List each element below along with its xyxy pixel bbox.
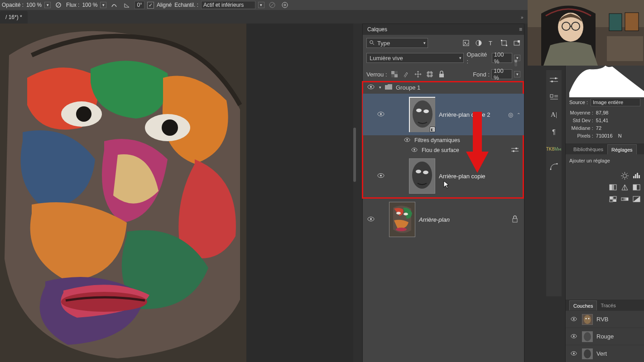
filter-toggle-switch[interactable] <box>512 59 519 67</box>
blend-mode-select[interactable]: Lumière vive ▾ <box>366 53 464 63</box>
selective-color-icon[interactable] <box>609 195 617 203</box>
channel-row[interactable]: RVB <box>566 310 644 328</box>
visibility-toggle-icon[interactable] <box>376 111 385 118</box>
visibility-toggle-icon[interactable] <box>569 333 578 340</box>
svg-rect-92 <box>633 185 637 190</box>
pressure-size-icon[interactable] <box>280 1 290 9</box>
layers-panel-tab[interactable]: Calques ≡ <box>363 24 524 35</box>
svg-rect-95 <box>610 200 613 202</box>
layer-opacity-value[interactable]: 100 % <box>492 53 512 63</box>
opacity-value[interactable]: 100 % <box>26 2 42 8</box>
visibility-toggle-icon[interactable] <box>569 316 578 323</box>
ignore-adjustment-icon[interactable] <box>267 1 277 9</box>
channels-panel: Couches Tracés RVB Rouge Vert <box>566 300 644 362</box>
tk8-plugin-icon[interactable]: TK8Mᴍ <box>548 143 559 154</box>
filter-shape-icon[interactable] <box>500 39 508 47</box>
lock-transparent-icon[interactable] <box>391 71 398 78</box>
flow-value[interactable]: 100 % <box>82 2 97 8</box>
collapse-toggle-icon[interactable]: ▾ <box>379 85 381 90</box>
layer-row[interactable]: Arrière-plan copie <box>363 155 524 197</box>
visibility-toggle-icon[interactable] <box>376 173 385 180</box>
layer-thumbnail[interactable] <box>389 202 415 237</box>
layer-filter-type-select[interactable]: Type ▾ <box>366 38 428 48</box>
visibility-toggle-icon[interactable] <box>366 216 375 223</box>
histogram[interactable] <box>566 66 644 97</box>
levels-icon[interactable] <box>632 171 640 180</box>
layer-thumbnail[interactable] <box>409 158 435 194</box>
smart-filter-item[interactable]: Flou de surface <box>363 145 524 155</box>
color-balance-icon[interactable] <box>620 183 629 191</box>
opacity-dropdown-icon[interactable]: ▾ <box>44 2 51 8</box>
svg-line-82 <box>626 173 627 174</box>
layer-row[interactable]: ◧ Arrière-plan copie 2 ◎ ⌃ <box>363 94 524 135</box>
pressure-opacity-icon[interactable] <box>53 1 63 9</box>
lock-all-icon[interactable] <box>438 71 445 78</box>
angle-icon[interactable] <box>122 1 132 9</box>
svg-point-74 <box>623 174 626 177</box>
scrollbar-thumb[interactable] <box>353 128 356 182</box>
svg-point-54 <box>416 170 421 173</box>
group-name[interactable]: Groupe 1 <box>396 84 420 91</box>
tab-adjustments[interactable]: Réglages <box>607 144 636 154</box>
smart-filters-header[interactable]: Filtres dynamiques <box>363 135 524 145</box>
invert-icon[interactable] <box>632 195 640 203</box>
layer-tree: ▾ Groupe 1 ◧ Arrière-plan copie 2 ◎ ⌃ <box>363 81 524 362</box>
character-panel-icon[interactable]: A| <box>548 109 559 120</box>
tab-channels[interactable]: Couches <box>569 300 597 310</box>
collapse-filters-icon[interactable]: ⌃ <box>517 112 520 117</box>
lock-artboard-icon[interactable] <box>426 71 433 78</box>
svg-text:T: T <box>489 40 492 47</box>
svg-rect-17 <box>502 41 506 45</box>
filter-pixel-icon[interactable] <box>462 39 470 47</box>
paragraph-panel-icon[interactable]: ¶ <box>548 126 559 137</box>
sample-dropdown-icon[interactable]: ▾ <box>258 2 264 8</box>
smart-filter-visibility-icon[interactable]: ◎ <box>508 111 513 118</box>
sample-select[interactable]: Actif et inférieurs <box>201 1 255 9</box>
filter-type-icon[interactable]: T <box>488 39 495 47</box>
channel-row[interactable]: Rouge <box>566 328 644 345</box>
filter-blend-options-icon[interactable] <box>511 147 519 154</box>
layer-name[interactable]: Arrière-plan copie 2 <box>439 111 505 118</box>
source-label: Source : <box>569 100 588 105</box>
visibility-toggle-icon[interactable] <box>410 147 419 153</box>
document-tab[interactable]: / 16*) * <box>0 11 28 24</box>
layer-row-background[interactable]: Arrière-plan <box>363 199 524 240</box>
layer-name[interactable]: Arrière-plan <box>419 216 520 223</box>
visibility-toggle-icon[interactable] <box>569 351 578 357</box>
chevron-down-icon: ▾ <box>423 41 426 45</box>
canvas-viewport[interactable] <box>0 24 353 362</box>
pen-curve-icon[interactable] <box>548 161 559 171</box>
angle-value[interactable]: 0° <box>135 1 144 9</box>
properties-icon[interactable] <box>548 92 559 103</box>
filter-smartobject-icon[interactable] <box>513 39 520 47</box>
threshold-icon[interactable] <box>632 183 640 191</box>
lock-pixels-icon[interactable] <box>403 71 410 78</box>
tab-paths[interactable]: Tracés <box>597 300 619 310</box>
group-header[interactable]: ▾ Groupe 1 <box>363 81 524 94</box>
fill-dropdown-icon[interactable]: ▾ <box>514 71 520 77</box>
channel-row[interactable]: Vert <box>566 345 644 362</box>
posterize-icon[interactable] <box>609 183 617 191</box>
airbrush-icon[interactable] <box>109 1 119 9</box>
sliders-icon[interactable] <box>548 75 559 86</box>
expand-dock-icon[interactable]: » <box>521 15 524 20</box>
layer-name[interactable]: Arrière-plan copie <box>439 173 520 180</box>
visibility-toggle-icon[interactable] <box>366 84 375 91</box>
svg-line-80 <box>626 177 627 178</box>
aligned-checkbox[interactable]: ✓ <box>147 2 154 9</box>
svg-point-73 <box>557 163 558 165</box>
layer-thumbnail[interactable]: ◧ <box>409 97 435 132</box>
lock-icon[interactable] <box>512 216 518 224</box>
gradient-map-icon[interactable] <box>620 195 629 203</box>
lock-position-icon[interactable] <box>414 71 422 78</box>
fill-value[interactable]: 100 % <box>491 69 512 79</box>
flow-dropdown-icon[interactable]: ▾ <box>100 2 106 8</box>
brightness-contrast-icon[interactable] <box>620 171 629 180</box>
tab-libraries[interactable]: Bibliothèques <box>569 144 607 154</box>
visibility-toggle-icon[interactable] <box>403 137 412 143</box>
panel-menu-icon[interactable]: ≡ <box>519 26 522 33</box>
svg-rect-97 <box>621 198 628 200</box>
source-select[interactable]: Image entière <box>591 98 640 106</box>
channel-thumbnail <box>582 348 593 359</box>
filter-adjustment-icon[interactable] <box>475 39 482 47</box>
